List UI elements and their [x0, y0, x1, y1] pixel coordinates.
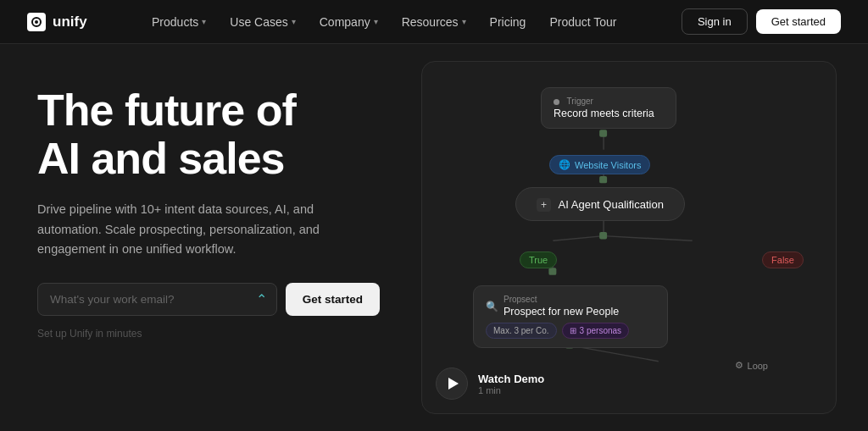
chevron-down-icon: ▾ — [374, 17, 378, 26]
hero-form: ⌃ Get started — [37, 283, 380, 316]
prospect-header: 🔍 Propsect Prospect for new People — [486, 295, 655, 318]
main-content: The future of AI and sales Drive pipelin… — [0, 44, 868, 431]
svg-line-6 — [604, 236, 693, 241]
svg-point-1 — [35, 20, 38, 24]
true-badge: True — [520, 251, 557, 268]
globe-icon: 🌐 — [559, 159, 570, 170]
logo-text: unify — [53, 14, 87, 30]
nav-actions: Sign in Get started — [682, 8, 841, 35]
ai-agent-title: AI Agent Qualification — [559, 198, 664, 211]
trigger-node: Trigger Record meets criteria — [541, 87, 676, 129]
search-icon: 🔍 — [486, 301, 498, 312]
hero-title: The future of AI and sales — [37, 86, 380, 183]
plus-icon: + — [537, 198, 551, 212]
signin-button[interactable]: Sign in — [682, 8, 748, 35]
logo[interactable]: unify — [27, 13, 87, 31]
right-panel: Trigger Record meets criteria 🌐 Website … — [407, 44, 868, 431]
false-badge: False — [762, 251, 804, 268]
email-input[interactable] — [37, 283, 277, 316]
svg-rect-13 — [548, 268, 556, 274]
trigger-node-title: Record meets criteria — [554, 108, 664, 119]
svg-rect-12 — [599, 232, 607, 239]
email-input-wrapper: ⌃ — [37, 283, 277, 316]
trigger-node-label: Trigger — [554, 97, 664, 106]
nav-item-company[interactable]: Company ▾ — [309, 10, 388, 34]
workflow-content: Trigger Record meets criteria 🌐 Website … — [422, 62, 836, 413]
play-button[interactable] — [436, 367, 468, 400]
play-icon — [448, 378, 459, 390]
nav-item-usecases[interactable]: Use Cases ▾ — [220, 10, 305, 34]
watch-demo-duration: 1 min — [478, 385, 544, 395]
max-badge: Max. 3 per Co. — [486, 323, 557, 339]
chevron-down-icon: ▾ — [202, 17, 206, 26]
prospect-node: 🔍 Propsect Prospect for new People Max. … — [473, 285, 668, 348]
hero-getstarted-button[interactable]: Get started — [286, 283, 380, 316]
logo-icon — [27, 13, 46, 31]
navbar: unify Products ▾ Use Cases ▾ Company ▾ R… — [0, 0, 868, 44]
watch-demo-text: Watch Demo 1 min — [478, 373, 544, 395]
nav-links: Products ▾ Use Cases ▾ Company ▾ Resourc… — [142, 10, 626, 34]
chevron-down-icon: ▾ — [292, 17, 296, 26]
hero-subtitle: Drive pipeline with 10+ intent data sour… — [37, 200, 326, 259]
workflow-card: Trigger Record meets criteria 🌐 Website … — [421, 61, 837, 414]
svg-rect-11 — [599, 176, 607, 183]
chevron-down-icon: ▾ — [462, 17, 466, 26]
watch-demo-title: Watch Demo — [478, 373, 544, 385]
nav-item-pricing[interactable]: Pricing — [480, 10, 537, 34]
email-chevron-icon: ⌃ — [256, 291, 267, 307]
prospect-badges: Max. 3 per Co. ⊞ 3 personas — [486, 323, 655, 339]
nav-item-resources[interactable]: Resources ▾ — [392, 10, 476, 34]
hero-section: The future of AI and sales Drive pipelin… — [0, 44, 407, 431]
personas-icon: ⊞ — [570, 326, 576, 335]
trigger-dot — [554, 99, 559, 105]
watch-demo-section: Watch Demo 1 min — [436, 367, 544, 400]
loop-node: ⚙ Loop — [735, 360, 768, 371]
nav-item-producttour[interactable]: Product Tour — [539, 10, 626, 34]
nav-item-products[interactable]: Products ▾ — [142, 10, 216, 34]
svg-line-5 — [553, 236, 604, 241]
hero-setup-text: Set up Unify in minutes — [37, 328, 380, 340]
personas-badge: ⊞ 3 personas — [562, 323, 629, 339]
getstarted-nav-button[interactable]: Get started — [756, 9, 841, 34]
prospect-node-title: Prospect for new People — [504, 306, 619, 318]
ai-agent-node: + AI Agent Qualification — [515, 187, 685, 221]
prospect-node-label: Propsect — [504, 295, 619, 304]
loop-icon: ⚙ — [735, 360, 743, 371]
svg-rect-10 — [599, 130, 607, 136]
visitors-badge: 🌐 Website Visitors — [549, 155, 650, 174]
